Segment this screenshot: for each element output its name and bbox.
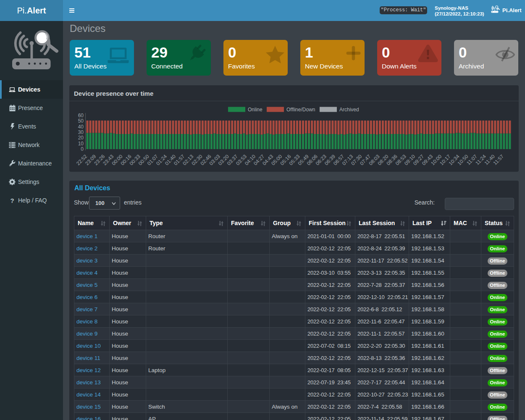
svg-text:Archived: Archived [339, 107, 359, 113]
svg-text:0: 0 [81, 146, 84, 152]
svg-text:30: 30 [78, 129, 84, 135]
svg-text:20: 20 [78, 135, 84, 141]
svg-text:Online: Online [248, 107, 262, 113]
svg-text:Offline/Down: Offline/Down [286, 107, 315, 113]
svg-text:40: 40 [78, 124, 84, 130]
svg-text:10: 10 [78, 141, 84, 147]
svg-text:60: 60 [78, 113, 84, 118]
svg-text:11:57: 11:57 [492, 153, 505, 166]
svg-text:50: 50 [78, 118, 84, 124]
